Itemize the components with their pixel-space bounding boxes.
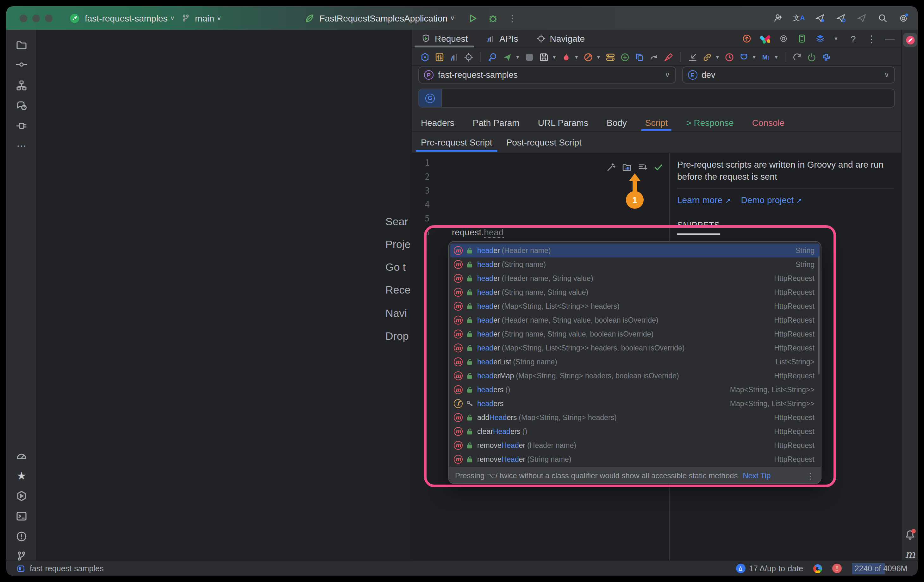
memory-indicator[interactable]: 2240 of 4096M [852, 563, 910, 574]
swagger-pen-icon[interactable] [583, 51, 594, 62]
traffic-lights[interactable] [20, 14, 58, 22]
alert-icon[interactable]: ! [832, 564, 842, 573]
broom-icon[interactable] [663, 51, 674, 62]
chevron-down-icon[interactable]: ▼ [833, 35, 840, 42]
profiler-gauge-icon[interactable] [15, 449, 28, 462]
shield-icon[interactable] [421, 33, 431, 44]
send-icon[interactable] [502, 51, 513, 62]
minimize-icon[interactable]: — [885, 33, 895, 44]
clock-icon[interactable] [724, 51, 734, 62]
import-arrow-icon[interactable] [687, 51, 698, 62]
check-icon[interactable] [653, 162, 664, 173]
link-icon[interactable] [701, 51, 712, 62]
refresh-icon[interactable] [792, 51, 803, 62]
fast-request-toolwindow-button[interactable] [903, 33, 917, 47]
markdown-down-icon[interactable]: M↓ [761, 51, 771, 62]
completion-item[interactable]: mheader(Header name, String value)HttpRe… [449, 271, 821, 285]
completion-item[interactable]: mheaderList(String name)List<String> [449, 355, 821, 369]
request-tab-path-param[interactable]: Path Param [473, 114, 520, 131]
statusbar-project-widget[interactable]: fast-request-samples [16, 564, 104, 573]
docs-link-demo-project[interactable]: Demo project ↗ [741, 195, 802, 204]
zoom-window-button[interactable] [45, 14, 53, 22]
project-folder-icon[interactable] [15, 39, 28, 51]
run-button[interactable] [467, 12, 479, 24]
run-configuration-selector[interactable]: FastRequestSamplesApplication [319, 13, 447, 23]
chart-icon[interactable] [485, 33, 495, 44]
structure-icon[interactable] [15, 79, 28, 92]
power-icon[interactable] [807, 51, 817, 62]
m-plugin-icon[interactable]: m [905, 548, 915, 561]
commit-icon[interactable] [15, 58, 28, 71]
mobile-scan-icon[interactable] [797, 33, 807, 44]
completion-item[interactable]: maddHeaders(Map<String, String> headers)… [449, 411, 821, 424]
help-icon[interactable]: ? [848, 33, 858, 44]
slack-icon[interactable] [760, 33, 770, 44]
gear-dot-icon[interactable] [898, 13, 909, 23]
completion-item[interactable]: mheader(Header name)String [450, 244, 820, 257]
plugins-plug-icon[interactable] [15, 120, 28, 132]
rocket-settings-icon[interactable] [835, 13, 846, 23]
docs-link-learn-more[interactable]: Learn more ↗ [677, 195, 731, 204]
copy-icon[interactable] [634, 51, 645, 62]
flame-icon[interactable] [561, 51, 571, 62]
translate-icon[interactable]: 文A [794, 13, 804, 23]
more-run-actions-button[interactable]: ⋮ [508, 13, 517, 23]
request-tab-body[interactable]: Body [607, 114, 627, 131]
folder-chart-icon[interactable] [622, 162, 632, 173]
close-window-button[interactable] [20, 14, 27, 22]
completion-item[interactable]: mheader(String name)String [449, 257, 821, 271]
search-code-icon[interactable] [487, 51, 498, 62]
user-add-icon[interactable] [773, 13, 784, 23]
chevron-down-icon[interactable]: ▼ [515, 54, 520, 60]
target-plus-icon[interactable] [619, 51, 630, 62]
branch-selector[interactable]: main [195, 13, 214, 23]
upgrade-icon[interactable] [742, 33, 752, 44]
settings-panel-icon[interactable] [434, 51, 445, 62]
minimize-window-button[interactable] [32, 14, 40, 22]
script-tab-post-request-script[interactable]: Post-request Script [506, 133, 582, 152]
completion-item[interactable]: mheader(Map<String, List<String>> header… [449, 341, 821, 355]
problems-icon[interactable] [15, 530, 28, 543]
search-icon[interactable] [877, 13, 888, 23]
request-tab-console[interactable]: Console [752, 114, 785, 131]
git-cat-icon[interactable] [738, 51, 749, 62]
more-horizontal-icon[interactable]: ⋯ [15, 140, 28, 152]
bookmarks-star-icon[interactable]: ★ [15, 469, 28, 482]
reformat-lines-icon[interactable] [637, 162, 648, 173]
target-icon[interactable] [463, 51, 474, 62]
settings-gear-icon[interactable] [779, 33, 789, 44]
completion-item[interactable]: mheader(String name, String value)HttpRe… [449, 285, 821, 299]
completion-item[interactable]: mremoveHeader(Header name)HttpRequest [449, 439, 821, 452]
toggles-icon[interactable] [605, 51, 615, 62]
notifications-bell-icon[interactable] [904, 529, 916, 541]
rocket-run-icon[interactable] [815, 13, 825, 23]
next-tip-link[interactable]: Next Tip [742, 471, 771, 480]
chevron-down-icon[interactable]: ▼ [552, 54, 557, 60]
debug-button[interactable] [488, 12, 499, 24]
method-badge[interactable]: G [419, 89, 442, 107]
url-input[interactable] [442, 89, 894, 107]
completion-item[interactable]: mheaderMap(Map<String, String> headers, … [449, 369, 821, 383]
vcs-status-widget[interactable]: Δ 17 Δ/up-to-date [736, 564, 803, 573]
puzzle-icon[interactable] [821, 51, 832, 62]
completion-item[interactable]: mheaders()Map<String, List<String>> [449, 383, 821, 397]
completion-item[interactable]: mclearHeaders()HttpRequest [449, 424, 821, 439]
project-selector[interactable]: fast-request-samples [85, 13, 167, 23]
crosshair-icon[interactable] [536, 33, 546, 44]
api-hexagon-icon[interactable] [419, 51, 431, 62]
request-tab--response[interactable]: > Response [686, 114, 734, 131]
tool-tab-apis[interactable]: APIs [477, 30, 527, 48]
completion-item[interactable]: fheadersMap<String, List<String>> [449, 397, 821, 411]
chevron-down-icon[interactable]: ▼ [715, 54, 720, 60]
stop-icon[interactable] [524, 51, 535, 62]
terminal-icon[interactable] [15, 510, 28, 523]
request-tab-script[interactable]: Script [645, 114, 668, 131]
rocket-disabled-icon[interactable] [856, 13, 867, 23]
request-tab-headers[interactable]: Headers [421, 114, 454, 131]
magic-wand-icon[interactable] [606, 162, 616, 173]
environment-combo[interactable]: E dev ∨ [682, 66, 895, 84]
more-vertical-icon[interactable]: ⋮ [806, 471, 815, 480]
tool-tab-request[interactable]: Request [412, 30, 477, 48]
layers-icon[interactable] [815, 33, 825, 44]
chevron-down-icon[interactable]: ▼ [774, 54, 779, 60]
